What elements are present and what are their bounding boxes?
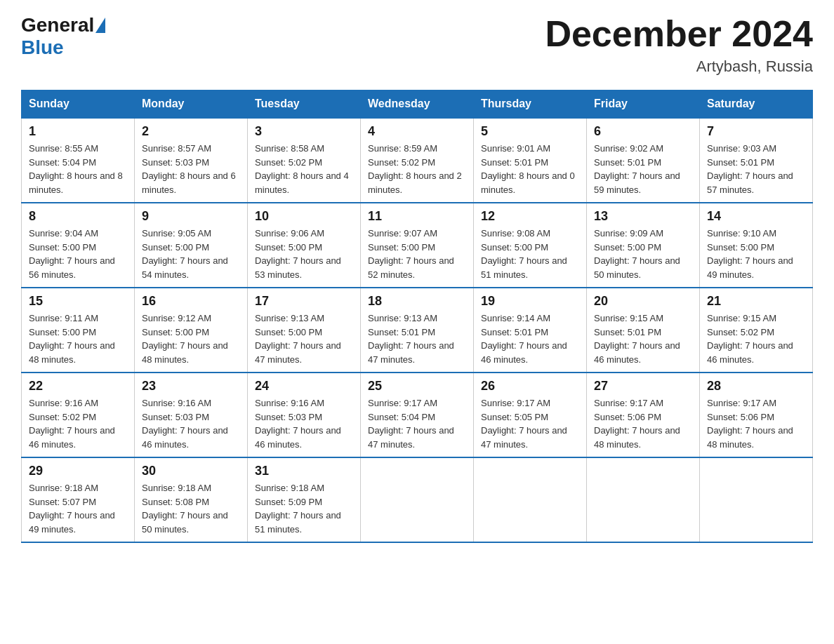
day-info: Sunrise: 9:16 AM Sunset: 5:02 PM Dayligh… — [29, 396, 127, 451]
calendar-header-row: Sunday Monday Tuesday Wednesday Thursday… — [22, 90, 813, 119]
location-title: Artybash, Russia — [545, 58, 813, 76]
day-number: 11 — [368, 209, 466, 224]
day-number: 25 — [368, 379, 466, 394]
day-info: Sunrise: 9:04 AM Sunset: 5:00 PM Dayligh… — [29, 227, 127, 281]
col-saturday: Saturday — [700, 90, 813, 119]
table-row — [700, 457, 813, 542]
day-info: Sunrise: 9:16 AM Sunset: 5:03 PM Dayligh… — [255, 396, 353, 451]
day-info: Sunrise: 9:12 AM Sunset: 5:00 PM Dayligh… — [142, 311, 240, 366]
day-info: Sunrise: 9:18 AM Sunset: 5:09 PM Dayligh… — [255, 481, 353, 536]
table-row — [587, 457, 700, 542]
day-number: 1 — [29, 124, 127, 139]
day-number: 20 — [594, 294, 692, 309]
table-row — [474, 457, 587, 542]
day-number: 8 — [29, 209, 127, 224]
table-row: 5 Sunrise: 9:01 AM Sunset: 5:01 PM Dayli… — [474, 118, 587, 203]
day-number: 16 — [142, 294, 240, 309]
table-row: 21 Sunrise: 9:15 AM Sunset: 5:02 PM Dayl… — [700, 288, 813, 373]
day-number: 21 — [707, 294, 805, 309]
table-row: 13 Sunrise: 9:09 AM Sunset: 5:00 PM Dayl… — [587, 203, 700, 288]
logo-general-text: General — [21, 14, 94, 36]
table-row: 17 Sunrise: 9:13 AM Sunset: 5:00 PM Dayl… — [248, 288, 361, 373]
day-info: Sunrise: 9:10 AM Sunset: 5:00 PM Dayligh… — [707, 227, 805, 281]
table-row: 1 Sunrise: 8:55 AM Sunset: 5:04 PM Dayli… — [22, 118, 135, 203]
day-info: Sunrise: 9:18 AM Sunset: 5:07 PM Dayligh… — [29, 481, 127, 536]
table-row: 12 Sunrise: 9:08 AM Sunset: 5:00 PM Dayl… — [474, 203, 587, 288]
day-number: 4 — [368, 124, 466, 139]
table-row: 18 Sunrise: 9:13 AM Sunset: 5:01 PM Dayl… — [361, 288, 474, 373]
day-info: Sunrise: 9:08 AM Sunset: 5:00 PM Dayligh… — [481, 227, 579, 281]
day-info: Sunrise: 9:17 AM Sunset: 5:04 PM Dayligh… — [368, 396, 466, 451]
logo-triangle-icon — [95, 18, 105, 33]
table-row: 24 Sunrise: 9:16 AM Sunset: 5:03 PM Dayl… — [248, 373, 361, 457]
table-row — [361, 457, 474, 542]
day-info: Sunrise: 8:58 AM Sunset: 5:02 PM Dayligh… — [255, 142, 353, 196]
day-number: 13 — [594, 209, 692, 224]
table-row: 10 Sunrise: 9:06 AM Sunset: 5:00 PM Dayl… — [248, 203, 361, 288]
day-info: Sunrise: 9:18 AM Sunset: 5:08 PM Dayligh… — [142, 481, 240, 536]
col-wednesday: Wednesday — [361, 90, 474, 119]
col-sunday: Sunday — [22, 90, 135, 119]
table-row: 19 Sunrise: 9:14 AM Sunset: 5:01 PM Dayl… — [474, 288, 587, 373]
day-info: Sunrise: 9:13 AM Sunset: 5:01 PM Dayligh… — [368, 311, 466, 366]
day-info: Sunrise: 9:06 AM Sunset: 5:00 PM Dayligh… — [255, 227, 353, 281]
day-number: 5 — [481, 124, 579, 139]
table-row: 31 Sunrise: 9:18 AM Sunset: 5:09 PM Dayl… — [248, 457, 361, 542]
day-info: Sunrise: 9:15 AM Sunset: 5:02 PM Dayligh… — [707, 311, 805, 366]
table-row: 3 Sunrise: 8:58 AM Sunset: 5:02 PM Dayli… — [248, 118, 361, 203]
day-number: 7 — [707, 124, 805, 139]
table-row: 16 Sunrise: 9:12 AM Sunset: 5:00 PM Dayl… — [135, 288, 248, 373]
day-info: Sunrise: 8:57 AM Sunset: 5:03 PM Dayligh… — [142, 142, 240, 196]
day-number: 31 — [255, 464, 353, 478]
calendar-week-row: 1 Sunrise: 8:55 AM Sunset: 5:04 PM Dayli… — [22, 118, 813, 203]
day-info: Sunrise: 9:02 AM Sunset: 5:01 PM Dayligh… — [594, 142, 692, 196]
month-title: December 2024 — [545, 14, 813, 54]
table-row: 22 Sunrise: 9:16 AM Sunset: 5:02 PM Dayl… — [22, 373, 135, 457]
day-number: 22 — [29, 379, 127, 394]
day-number: 28 — [707, 379, 805, 394]
day-info: Sunrise: 8:55 AM Sunset: 5:04 PM Dayligh… — [29, 142, 127, 196]
day-number: 24 — [255, 379, 353, 394]
table-row: 20 Sunrise: 9:15 AM Sunset: 5:01 PM Dayl… — [587, 288, 700, 373]
logo-blue-text: Blue — [21, 36, 64, 59]
table-row: 2 Sunrise: 8:57 AM Sunset: 5:03 PM Dayli… — [135, 118, 248, 203]
day-info: Sunrise: 9:17 AM Sunset: 5:05 PM Dayligh… — [481, 396, 579, 451]
col-tuesday: Tuesday — [248, 90, 361, 119]
day-info: Sunrise: 9:03 AM Sunset: 5:01 PM Dayligh… — [707, 142, 805, 196]
page-header: General Blue December 2024 Artybash, Rus… — [21, 14, 813, 76]
table-row: 14 Sunrise: 9:10 AM Sunset: 5:00 PM Dayl… — [700, 203, 813, 288]
day-number: 3 — [255, 124, 353, 139]
day-number: 6 — [594, 124, 692, 139]
table-row: 4 Sunrise: 8:59 AM Sunset: 5:02 PM Dayli… — [361, 118, 474, 203]
table-row: 6 Sunrise: 9:02 AM Sunset: 5:01 PM Dayli… — [587, 118, 700, 203]
day-number: 14 — [707, 209, 805, 224]
col-monday: Monday — [135, 90, 248, 119]
day-info: Sunrise: 9:07 AM Sunset: 5:00 PM Dayligh… — [368, 227, 466, 281]
day-number: 30 — [142, 464, 240, 478]
day-number: 23 — [142, 379, 240, 394]
day-number: 18 — [368, 294, 466, 309]
table-row: 26 Sunrise: 9:17 AM Sunset: 5:05 PM Dayl… — [474, 373, 587, 457]
calendar-week-row: 29 Sunrise: 9:18 AM Sunset: 5:07 PM Dayl… — [22, 457, 813, 542]
col-thursday: Thursday — [474, 90, 587, 119]
day-info: Sunrise: 9:17 AM Sunset: 5:06 PM Dayligh… — [594, 396, 692, 451]
day-number: 9 — [142, 209, 240, 224]
day-info: Sunrise: 9:01 AM Sunset: 5:01 PM Dayligh… — [481, 142, 579, 196]
table-row: 7 Sunrise: 9:03 AM Sunset: 5:01 PM Dayli… — [700, 118, 813, 203]
day-number: 19 — [481, 294, 579, 309]
calendar-week-row: 22 Sunrise: 9:16 AM Sunset: 5:02 PM Dayl… — [22, 373, 813, 457]
day-info: Sunrise: 9:16 AM Sunset: 5:03 PM Dayligh… — [142, 396, 240, 451]
title-section: December 2024 Artybash, Russia — [545, 14, 813, 76]
calendar-week-row: 15 Sunrise: 9:11 AM Sunset: 5:00 PM Dayl… — [22, 288, 813, 373]
table-row: 23 Sunrise: 9:16 AM Sunset: 5:03 PM Dayl… — [135, 373, 248, 457]
day-info: Sunrise: 9:11 AM Sunset: 5:00 PM Dayligh… — [29, 311, 127, 366]
table-row: 8 Sunrise: 9:04 AM Sunset: 5:00 PM Dayli… — [22, 203, 135, 288]
day-info: Sunrise: 9:17 AM Sunset: 5:06 PM Dayligh… — [707, 396, 805, 451]
table-row: 15 Sunrise: 9:11 AM Sunset: 5:00 PM Dayl… — [22, 288, 135, 373]
table-row: 9 Sunrise: 9:05 AM Sunset: 5:00 PM Dayli… — [135, 203, 248, 288]
table-row: 27 Sunrise: 9:17 AM Sunset: 5:06 PM Dayl… — [587, 373, 700, 457]
calendar-week-row: 8 Sunrise: 9:04 AM Sunset: 5:00 PM Dayli… — [22, 203, 813, 288]
day-number: 26 — [481, 379, 579, 394]
table-row: 30 Sunrise: 9:18 AM Sunset: 5:08 PM Dayl… — [135, 457, 248, 542]
calendar-table: Sunday Monday Tuesday Wednesday Thursday… — [21, 90, 813, 543]
